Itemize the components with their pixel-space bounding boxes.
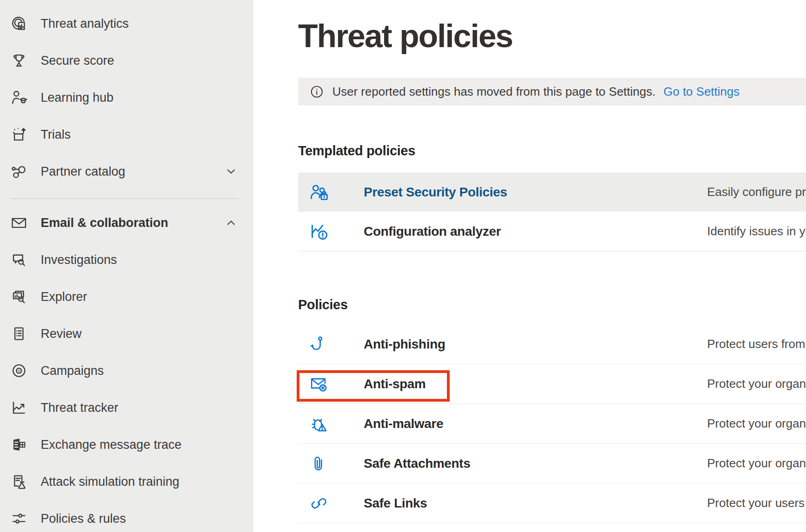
sidebar-nav: Threat analytics Secure score (0, 0, 253, 532)
row-title: Anti-phishing (364, 337, 446, 352)
policies-list: Anti-phishing Protect users from p Anti-… (298, 324, 806, 523)
row-title: Safe Attachments (364, 456, 470, 471)
sidebar-item-attack-simulation-training[interactable]: Attack simulation training (0, 463, 253, 500)
row-safe-links[interactable]: Safe Links Protect your users fr (298, 483, 806, 523)
email-icon (10, 214, 28, 232)
sidebar-item-label: Partner catalog (41, 165, 125, 179)
sidebar-item-review[interactable]: Review (0, 315, 253, 352)
sidebar-item-label: Threat tracker (41, 401, 118, 415)
info-icon (310, 84, 324, 99)
row-description: Protect your organiz (707, 377, 806, 391)
sidebar-item-label: Review (41, 327, 82, 341)
row-title: Anti-malware (364, 416, 443, 431)
sidebar-item-threat-tracker[interactable]: Threat tracker (0, 389, 253, 426)
row-description: Identify issues in you (707, 224, 806, 238)
configuration-analyzer-icon (308, 221, 330, 242)
row-description: Easily configure prot (707, 185, 806, 199)
sidebar-item-email-collaboration[interactable]: Email & collaboration (0, 204, 253, 241)
sidebar-item-trials[interactable]: Trials (0, 116, 253, 153)
anti-malware-icon (308, 414, 330, 434)
sidebar-item-campaigns[interactable]: Campaigns (0, 352, 253, 389)
row-description: Protect your organiz (707, 456, 806, 471)
trials-icon (10, 126, 28, 143)
sidebar-item-label: Exchange message trace (41, 438, 182, 452)
sidebar-item-label: Trials (41, 128, 71, 142)
sidebar-item-label: Investigations (41, 253, 117, 267)
row-anti-malware[interactable]: Anti-malware Protect your organiz (298, 404, 806, 444)
page-title: Threat policies (298, 18, 513, 54)
row-safe-attachments[interactable]: Safe Attachments Protect your organiz (298, 444, 806, 483)
review-icon (10, 325, 28, 342)
row-title: Safe Links (364, 496, 427, 511)
sidebar-item-label: Attack simulation training (41, 475, 179, 489)
investigations-icon (10, 251, 28, 269)
exchange-icon (10, 436, 28, 453)
app-window: Threat analytics Secure score (0, 0, 806, 532)
paperclip-icon (308, 454, 330, 473)
row-anti-spam[interactable]: Anti-spam Protect your organiz (298, 364, 806, 404)
anti-phishing-icon (308, 335, 330, 354)
sliders-icon (10, 510, 28, 527)
anti-spam-icon (308, 374, 330, 394)
sidebar-item-threat-analytics[interactable]: Threat analytics (0, 5, 253, 42)
preset-security-policies-icon (308, 182, 330, 203)
attack-simulation-icon (10, 473, 28, 490)
templated-policies-list: Preset Security Policies Easily configur… (298, 172, 806, 251)
sidebar-divider (10, 198, 239, 199)
sidebar-item-label: Threat analytics (41, 17, 129, 31)
sidebar-item-learning-hub[interactable]: Learning hub (0, 79, 253, 116)
row-description: Protect users from p (707, 337, 806, 351)
learning-hub-icon (10, 89, 28, 106)
go-to-settings-link[interactable]: Go to Settings (663, 85, 739, 99)
info-banner: User reported settings has moved from th… (298, 78, 806, 105)
sidebar-item-label: Campaigns (41, 364, 104, 378)
row-preset-security-policies[interactable]: Preset Security Policies Easily configur… (298, 172, 806, 212)
sidebar-item-partner-catalog[interactable]: Partner catalog (0, 153, 253, 190)
row-title: Anti-spam (364, 377, 426, 391)
sidebar-item-label: Learning hub (41, 91, 114, 105)
chevron-down-icon (225, 165, 238, 178)
row-description: Protect your organiz (707, 416, 806, 431)
partner-catalog-icon (10, 163, 28, 180)
row-title: Preset Security Policies (364, 185, 507, 200)
sidebar-item-label: Policies & rules (41, 512, 126, 526)
row-anti-phishing[interactable]: Anti-phishing Protect users from p (298, 324, 806, 364)
sidebar-item-label: Secure score (41, 54, 114, 68)
templated-policies-heading: Templated policies (298, 143, 415, 159)
threat-analytics-icon (10, 15, 28, 32)
sidebar-item-label: Email & collaboration (41, 216, 168, 230)
sidebar-item-secure-score[interactable]: Secure score (0, 42, 253, 79)
row-description: Protect your users fr (707, 496, 806, 510)
banner-text: User reported settings has moved from th… (332, 85, 655, 99)
sidebar-item-policies-rules[interactable]: Policies & rules (0, 500, 253, 532)
sidebar-item-exchange-message-trace[interactable]: Exchange message trace (0, 426, 253, 463)
row-configuration-analyzer[interactable]: Configuration analyzer Identify issues i… (298, 212, 806, 251)
trophy-icon (10, 52, 28, 69)
threat-tracker-icon (10, 399, 28, 416)
main-content: Threat policies User reported settings h… (253, 0, 806, 532)
sidebar-item-investigations[interactable]: Investigations (0, 241, 253, 278)
sidebar: Threat analytics Secure score (0, 0, 253, 532)
sidebar-item-explorer[interactable]: Explorer (0, 278, 253, 315)
row-title: Configuration analyzer (364, 224, 501, 239)
campaigns-icon (10, 362, 28, 379)
chevron-up-icon (225, 216, 238, 229)
sidebar-item-label: Explorer (41, 290, 87, 304)
policies-heading: Policies (298, 297, 348, 312)
safe-links-icon (308, 494, 330, 513)
explorer-icon (10, 288, 28, 306)
